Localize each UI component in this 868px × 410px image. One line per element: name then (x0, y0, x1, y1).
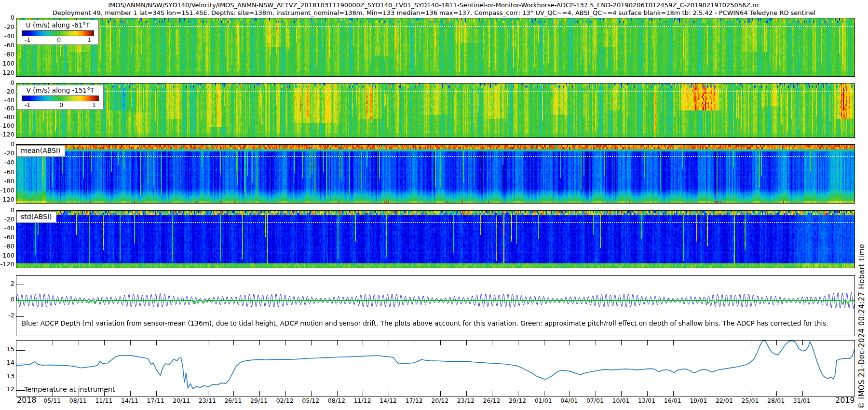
mean-absi-label: mean(ABSI) (16, 145, 65, 157)
x-tick-label: 28/01 (767, 397, 785, 404)
x-tick-label: 10/01 (612, 397, 629, 404)
v-colorbar-ticks: -1 0 1 (17, 102, 103, 109)
surface-blank-line-std-absi (16, 222, 854, 223)
y-tick-label: 2 (0, 280, 14, 287)
y-tick-label: 0 (0, 80, 14, 86)
x-tick-label: 31/01 (793, 397, 811, 404)
y-tick-label: -80 (0, 243, 14, 250)
x-tick-label: 14/12 (380, 397, 397, 404)
y-tick-label: 0 (0, 141, 14, 148)
y-tick-label: -120 (0, 131, 14, 138)
v-colorbar-tick-neg1: -1 (25, 102, 30, 108)
y-tick-label: -40 (0, 159, 14, 166)
x-tick-label: 25/01 (741, 397, 759, 404)
surface-blank-line-v (16, 91, 854, 92)
y-tick-label: 13 (0, 373, 14, 380)
imos-watermark: © IMOS 21-Dec-2024 00:24:27 Hobart time (857, 244, 866, 409)
y-tick-label: 0 (0, 207, 14, 214)
y-tick-label: -100 (0, 252, 14, 259)
x-tick-label: 13/01 (638, 397, 655, 404)
x-tick-label: 02/12 (276, 397, 294, 404)
x-tick-label: 23/11 (199, 397, 216, 404)
x-tick-label: 01/01 (535, 397, 552, 404)
x-tick-label: 05/11 (43, 397, 61, 404)
surface-blank-line-mean-absi (16, 156, 854, 157)
u-legend-title: U (m/s) along -61°T (17, 20, 98, 29)
y-tick-label: -40 (0, 33, 14, 40)
figure-root: IMOS/ANMN/NSW/SYD140/Velocity/IMOS_ANMN-… (0, 0, 868, 410)
u-colorbar-legend: U (m/s) along -61°T -1 0 1 (17, 20, 99, 44)
mean-absi-heatmap (16, 145, 854, 203)
y-tick-label: -120 (0, 196, 14, 203)
y-tick-label: 0 (0, 296, 14, 303)
x-tick-label: 07/01 (586, 397, 604, 404)
x-tick-label: 29/11 (250, 397, 268, 404)
x-tick-label: 16/01 (664, 397, 681, 404)
y-tick-label: -60 (0, 42, 14, 49)
temperature-label: Temperature at instrument (24, 385, 115, 393)
x-tick-label: 19/01 (690, 397, 707, 404)
x-tick-label: 17/11 (147, 397, 164, 404)
y-tick-label: -80 (0, 51, 14, 58)
y-tick-label: -60 (0, 234, 14, 241)
y-tick-label: 14 (0, 359, 14, 366)
std-absi-label: std(ABSI) (16, 211, 56, 223)
v-colorbar (22, 96, 99, 101)
v-colorbar-legend: V (m/s) along -151°T -1 0 1 (17, 85, 104, 109)
x-axis-start-year: 2018 (17, 396, 37, 405)
x-tick-label: 17/12 (406, 397, 423, 404)
x-tick-label: 04/01 (560, 397, 578, 404)
u-colorbar-tick-pos1: 1 (87, 37, 91, 43)
y-tick-label: -20 (0, 216, 14, 223)
x-tick-label: 11/11 (95, 397, 112, 404)
y-tick-label: -80 (0, 114, 14, 121)
y-tick-label: -20 (0, 150, 14, 157)
v-legend-title: V (m/s) along -151°T (17, 85, 103, 94)
temperature-plot (16, 341, 854, 396)
x-tick-label: 29/12 (509, 397, 526, 404)
x-tick-label: 22/01 (716, 397, 733, 404)
y-tick-label: -40 (0, 97, 14, 104)
panel-temperature (16, 340, 855, 396)
y-tick-label: -20 (0, 24, 14, 30)
u-colorbar-tick-neg1: -1 (25, 37, 30, 43)
y-tick-label: 0 (0, 14, 14, 21)
y-tick-label: -80 (0, 178, 14, 185)
x-tick-label: 26/12 (483, 397, 500, 404)
y-tick-label: 15 (0, 346, 14, 353)
v-colorbar-tick-pos1: 1 (92, 102, 96, 108)
x-tick-label: 05/12 (302, 397, 319, 404)
x-tick-label: 14/11 (121, 397, 138, 404)
title-line-1: IMOS/ANMN/NSW/SYD140/Velocity/IMOS_ANMN-… (0, 1, 868, 9)
y-tick-label: -100 (0, 60, 14, 67)
y-tick-label: -60 (0, 105, 14, 112)
depth-variation-note: Blue: ADCP Depth (m) variation from sens… (22, 319, 828, 327)
y-tick-label: -60 (0, 169, 14, 176)
y-tick-label: -2 (0, 312, 14, 319)
y-tick-label: -20 (0, 88, 14, 95)
x-tick-label: 20/11 (173, 397, 190, 404)
x-tick-label: 20/12 (431, 397, 448, 404)
y-tick-label: -40 (0, 225, 14, 232)
x-tick-label: 11/12 (353, 397, 371, 404)
x-tick-label: 08/12 (328, 397, 345, 404)
x-tick-label: 26/11 (224, 397, 242, 404)
u-colorbar-ticks: -1 0 1 (17, 37, 98, 44)
std-absi-heatmap (16, 211, 854, 268)
title-line-2: Deployment 49, member 1 lat=34S lon=151.… (0, 9, 868, 16)
x-axis-end-year: 2019 (835, 396, 855, 405)
panel-depth-variation (16, 275, 855, 336)
y-tick-label: -120 (0, 261, 14, 268)
panel-std-absi (16, 210, 855, 268)
u-colorbar (22, 30, 94, 36)
y-tick-label: -120 (0, 69, 14, 76)
y-tick-label: 12 (0, 386, 14, 393)
v-colorbar-tick-zero: 0 (59, 102, 63, 108)
surface-blank-line-u (16, 26, 854, 27)
y-tick-label: -100 (0, 123, 14, 129)
x-tick-label: 23/12 (457, 397, 475, 404)
panel-mean-absi (16, 144, 855, 204)
x-tick-label: 08/11 (69, 397, 87, 404)
u-colorbar-tick-zero: 0 (57, 37, 61, 43)
y-tick-label: -100 (0, 187, 14, 194)
